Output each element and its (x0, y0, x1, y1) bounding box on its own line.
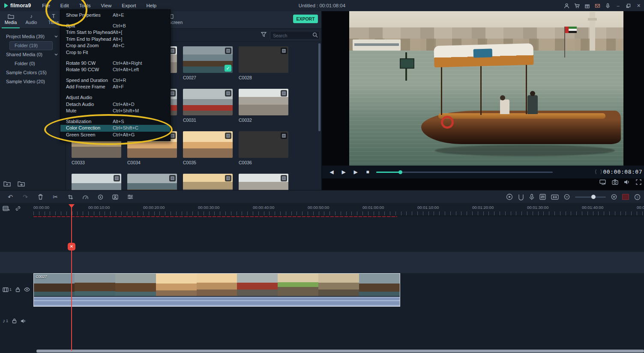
next-frame-button[interactable]: ▶ (350, 169, 362, 175)
playhead-line[interactable] (71, 204, 72, 351)
playhead-split-handle[interactable]: ✕ (68, 243, 75, 250)
zoom-slider-knob[interactable] (591, 195, 596, 199)
previous-frame-button[interactable]: ◀ (326, 169, 338, 175)
media-thumbnail-c0031[interactable] (183, 89, 233, 115)
tab-media[interactable]: Media (0, 12, 21, 27)
in-use-check-icon: ✓ (225, 65, 231, 72)
audio-mixer-icon[interactable] (539, 194, 546, 200)
media-thumbnail[interactable] (183, 174, 233, 190)
chevron-down-icon[interactable] (54, 53, 58, 56)
redo-icon[interactable]: ↷ (21, 192, 30, 202)
delete-icon[interactable] (36, 192, 45, 202)
playhead-marker[interactable] (69, 204, 75, 208)
gift-icon[interactable] (584, 2, 591, 9)
help-icon[interactable]: ? (634, 194, 641, 200)
new-folder-icon[interactable] (18, 181, 25, 187)
mark-in-icon[interactable]: ⟨ (595, 169, 600, 175)
auto-ripple-link-icon[interactable] (15, 205, 21, 211)
menu-item-trim-end[interactable]: Trim End to PlayheadAlt+] (60, 36, 170, 43)
minimize-icon[interactable]: – (614, 2, 622, 9)
video-clip-icon (114, 175, 120, 181)
menu-item-green-screen[interactable]: Green ScreenCtrl+Alt+G (60, 132, 170, 139)
split-scissors-icon[interactable]: ✂ (51, 192, 60, 202)
lock-icon[interactable] (15, 287, 20, 292)
menu-item-add-freeze-frame[interactable]: Add Freeze FrameAlt+F (60, 84, 170, 91)
media-thumbnail[interactable] (239, 174, 288, 190)
close-icon[interactable]: ✕ (635, 2, 642, 9)
preview-video[interactable] (349, 11, 623, 166)
sidebar-item-project-media[interactable]: Project Media (39) (0, 32, 66, 41)
voiceover-mic-icon[interactable] (529, 194, 534, 200)
maximize-icon[interactable] (625, 2, 632, 9)
chevron-down-icon[interactable] (54, 35, 58, 38)
timeline-video-clip[interactable]: C0027 (33, 273, 400, 307)
play-button[interactable]: ▶ (338, 169, 350, 175)
record-icon[interactable] (518, 194, 524, 200)
sidebar-item-folder-19[interactable]: Folder (19) (0, 41, 66, 50)
zoom-out-icon[interactable] (564, 194, 570, 200)
sidebar-item-shared-media[interactable]: Shared Media (0) (0, 50, 66, 59)
seek-bar[interactable] (376, 172, 553, 173)
color-icon[interactable] (96, 192, 105, 202)
media-thumbnail-c0036[interactable] (239, 131, 288, 158)
fullscreen-icon[interactable] (636, 179, 641, 185)
export-button[interactable]: EXPORT (293, 15, 318, 23)
filter-icon[interactable] (261, 32, 267, 37)
audio-track-icon: ♪ 1 (3, 318, 8, 324)
eye-icon[interactable] (24, 287, 30, 292)
auto-ripple-icon[interactable] (551, 194, 559, 200)
speed-icon[interactable] (81, 192, 90, 202)
timeline-zoom-slider[interactable] (575, 196, 606, 198)
menu-item-stabilization[interactable]: StabilizationAlt+S (60, 118, 170, 125)
green-screen-icon[interactable] (111, 192, 120, 202)
media-thumbnail[interactable] (72, 174, 121, 190)
mic-icon[interactable] (604, 2, 611, 9)
add-folder-icon[interactable] (3, 181, 11, 187)
menu-item-rotate-90-ccw[interactable]: Rotate 90 CCWCtrl+Alt+Left (60, 66, 170, 73)
speaker-icon[interactable] (21, 319, 26, 323)
timeline-horizontal-scrollbar[interactable] (36, 350, 644, 353)
menu-item-adjust-audio[interactable]: Adjust Audio (60, 94, 170, 101)
render-preview-icon[interactable] (506, 193, 513, 200)
search-icon[interactable] (312, 32, 318, 38)
mail-icon[interactable] (594, 2, 601, 9)
video-clip-icon (225, 133, 231, 139)
lock-icon[interactable] (12, 318, 17, 323)
menu-item-rotate-90-cw[interactable]: Rotate 90 CWCtrl+Alt+Right (60, 60, 170, 67)
menu-item-trim-start[interactable]: Trim Start to PlayheadAlt+[ (60, 29, 170, 36)
menu-item-color-correction[interactable]: Color CorrectionCtrl+Shift+C (60, 125, 170, 132)
crop-icon[interactable] (66, 192, 75, 202)
sidebar-item-folder-0[interactable]: Folder (0) (0, 59, 66, 68)
stop-button[interactable]: ■ (362, 169, 374, 175)
snapshot-camera-icon[interactable] (612, 179, 618, 185)
seek-knob[interactable] (398, 170, 402, 174)
media-thumbnail-c0035[interactable] (183, 131, 233, 158)
menu-item-split[interactable]: SplitCtrl+B (60, 23, 170, 30)
sidebar-item-sample-colors[interactable]: Sample Colors (15) (0, 68, 66, 77)
menu-item-crop-to-fit[interactable]: Crop to Fit (60, 49, 170, 56)
undo-icon[interactable]: ↶ (6, 192, 15, 202)
zoom-in-icon[interactable] (611, 194, 617, 200)
media-grid-scrollbar[interactable] (318, 43, 321, 131)
media-thumbnail[interactable] (127, 174, 177, 190)
video-track-icon: 1 (3, 287, 12, 292)
display-device-icon[interactable] (599, 179, 606, 185)
account-icon[interactable] (563, 2, 570, 9)
menu-item-detach-audio[interactable]: Detach AudioCtrl+Alt+D (60, 101, 170, 108)
menu-item-show-properties[interactable]: Show PropertiesAlt+E (60, 12, 170, 19)
zoom-to-fit-icon[interactable] (622, 194, 629, 200)
media-thumbnail-c0028[interactable] (239, 46, 288, 73)
menu-item-crop-and-zoom[interactable]: Crop and ZoomAlt+C (60, 42, 170, 49)
menu-item-mute[interactable]: MuteCtrl+Shift+M (60, 108, 170, 115)
sidebar-item-sample-video[interactable]: Sample Video (20) (0, 77, 66, 86)
manage-tracks-icon[interactable] (3, 205, 10, 211)
adjust-sliders-icon[interactable] (126, 192, 135, 202)
menu-item-speed-duration[interactable]: Speed and DurationCtrl+R (60, 77, 170, 84)
media-thumbnail-c0027[interactable]: ✓ (183, 46, 233, 73)
volume-icon[interactable] (624, 179, 630, 185)
menu-file[interactable]: File (37, 0, 55, 11)
tab-audio[interactable]: ♪ Audio (21, 12, 42, 27)
media-thumbnail-c0032[interactable] (239, 89, 288, 115)
timeline-ruler[interactable]: 00:00:00 00:00:10:00 00:00:20:00 00:00:3… (32, 203, 644, 216)
cart-icon[interactable] (573, 2, 581, 9)
